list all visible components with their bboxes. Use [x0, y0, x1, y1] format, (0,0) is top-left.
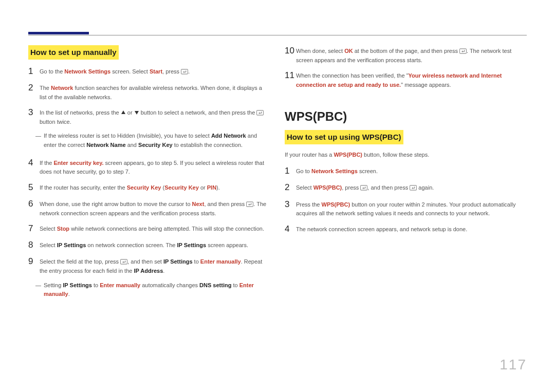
svg-rect-0 [181, 69, 188, 74]
page-number: 117 [499, 353, 527, 377]
t: Security Key [164, 184, 199, 191]
t: Go to the [40, 68, 64, 74]
svg-rect-1 [257, 110, 264, 115]
t: or [199, 184, 207, 191]
step-num: 8 [28, 239, 40, 251]
step-num: 1 [28, 66, 40, 77]
step-8: 8 Select IP Settings on network connecti… [28, 239, 270, 251]
step-body: When done, use the right arrow button to… [40, 198, 270, 218]
step-7: 7 Select Stop while network connections … [28, 223, 270, 234]
enter-icon [459, 48, 467, 54]
step-num: 3 [28, 107, 40, 118]
wps-step-1: 1 Go to Network Settings screen. [285, 165, 527, 177]
step-body: Go to the Network Settings screen. Selec… [40, 66, 270, 77]
t: , and then set [127, 258, 163, 265]
step-body: When the connection has been verified, t… [296, 70, 527, 89]
t: WPS(PBC) [322, 201, 350, 208]
t: Start [150, 68, 162, 74]
t: WPS(PBC) [313, 184, 342, 191]
t: again. [417, 184, 434, 191]
wps-step-2: 2 Select WPS(PBC), press , and then pres… [285, 182, 527, 193]
t: on network connection screen. The [86, 242, 177, 248]
right-column: 10 When done, select OK at the bottom of… [285, 31, 527, 306]
top-rule [28, 35, 527, 35]
t: , and then press [204, 201, 246, 207]
step-5: 5 If the router has security, enter the … [28, 182, 270, 193]
t: screen. Select [110, 68, 150, 74]
step-num: 7 [28, 223, 40, 234]
enter-icon [410, 185, 417, 191]
heading-wps-setup: How to set up using WPS(PBC) [285, 130, 403, 144]
step-2: 2 The Network function searches for avai… [28, 82, 270, 102]
t: function searches for available wireless… [40, 85, 262, 100]
t: Enter security key. [54, 160, 104, 166]
step-num: 9 [28, 256, 40, 267]
t: or [126, 109, 134, 116]
t: ). [216, 184, 220, 191]
step-num: 3 [285, 199, 296, 210]
t: , and then press [367, 184, 410, 191]
wps-intro: If your router has a WPS(PBC) button, fo… [285, 151, 527, 160]
enter-icon [120, 259, 127, 265]
t: . [68, 291, 70, 297]
t: If the wireless router is set to Hidden … [44, 133, 211, 139]
t: Stop [57, 226, 69, 232]
step-body: The Network function searches for availa… [40, 82, 270, 102]
page-body: How to set up manually 1 Go to the Netwo… [0, 0, 555, 327]
t: When done, select [296, 48, 344, 54]
step-3: 3 In the list of networks, press the or … [28, 107, 270, 126]
step-1: 1 Go to the Network Settings screen. Sel… [28, 66, 270, 77]
t: screen appears. [206, 242, 248, 248]
t: Network Settings [64, 68, 110, 74]
t: automatically changes [140, 282, 199, 288]
step-body: Select Stop while network connections ar… [40, 223, 270, 234]
t: and [126, 142, 138, 148]
step-num: 11 [285, 70, 296, 81]
t: Select [40, 242, 57, 248]
t: Enter manually [200, 258, 241, 265]
left-column: How to set up manually 1 Go to the Netwo… [28, 31, 270, 306]
t: WPS(PBC) [334, 152, 362, 158]
t: at the bottom of the page, and then pres… [353, 48, 459, 54]
t: IP Settings [63, 282, 92, 288]
t: IP Settings [177, 242, 206, 248]
t: " message appears. [401, 82, 451, 88]
t: button, follow these steps. [362, 152, 429, 158]
step-body: The network connection screen appears, a… [296, 223, 527, 234]
t: IP Settings [163, 258, 193, 265]
step-9: 9 Select the field at the top, press , a… [28, 256, 270, 275]
t: Select [296, 184, 313, 191]
t: button twice. [40, 119, 71, 125]
step-body: Press the WPS(PBC) button on your router… [296, 199, 527, 218]
t: Press the [296, 201, 322, 208]
step-body: If the router has security, enter the Se… [40, 182, 270, 193]
up-arrow-icon [121, 110, 126, 115]
step-num: 4 [28, 157, 40, 169]
enter-icon [256, 110, 264, 116]
t: Network Settings [311, 168, 358, 174]
enter-icon [246, 201, 253, 207]
t: to establish the connection. [173, 142, 243, 148]
t: Select [40, 226, 57, 232]
t: Network [51, 85, 73, 91]
enter-icon [181, 69, 188, 74]
spacer [285, 31, 527, 45]
svg-rect-6 [410, 185, 417, 190]
step-num: 2 [28, 82, 40, 94]
step-body: Go to Network Settings screen. [296, 165, 527, 176]
svg-rect-4 [459, 49, 466, 53]
heading-wpspbc: WPS(PBC) [285, 107, 527, 126]
t: Go to [296, 168, 311, 174]
step-4: 4 If the Enter security key. screen appe… [28, 157, 270, 177]
note-hidden-router: If the wireless router is set to Hidden … [28, 132, 270, 150]
t: In the list of networks, press the [40, 109, 121, 116]
t: Security Key [127, 184, 161, 191]
step-body: Select IP Settings on network connection… [40, 239, 270, 250]
t: Setting [44, 282, 63, 288]
t: The network connection screen appears, a… [296, 226, 467, 232]
t: PIN [207, 184, 216, 191]
t: to [193, 258, 200, 265]
t: Select the field at the top, press [40, 258, 120, 265]
step-11: 11 When the connection has been verified… [285, 70, 527, 89]
step-num: 1 [285, 165, 296, 177]
